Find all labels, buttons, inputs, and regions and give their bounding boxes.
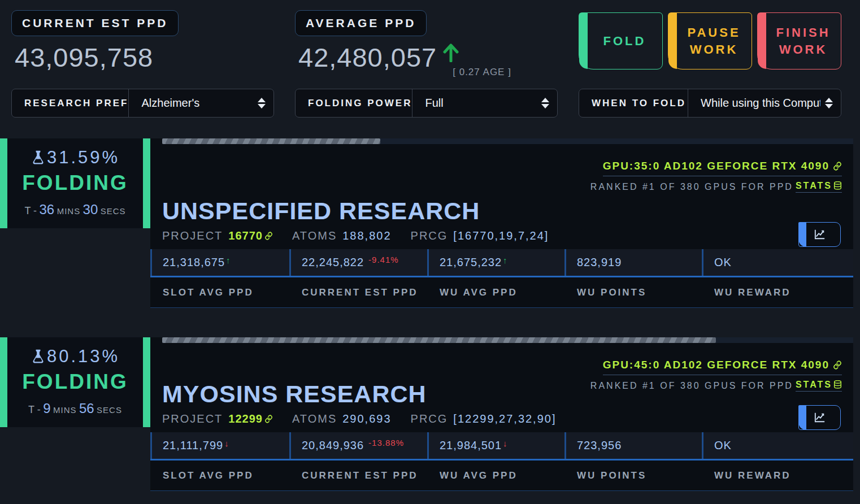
top-controls-section: CURRENT EST PPD 43,095,758 RESEARCH PREF… — [0, 0, 860, 134]
slot-avg-ppd-header: SLOT AVG PPD — [150, 460, 289, 490]
average-ppd-column: AVERAGE PPD 42,480,057 [ 0.27 AGE ] FOLD… — [295, 10, 558, 134]
current-est-ppd-cell: 20,849,936 -13.88% — [289, 432, 427, 459]
slot1-stats-label: STATS — [796, 181, 832, 191]
prcg-label: PRCG — [411, 229, 448, 242]
slot1-gpu-name: GPU:35:0 AD102 GEFORCE RTX 4090 — [603, 160, 829, 172]
wu-reward-value: OK — [714, 439, 732, 452]
slot2-ranked-text: RANKED #1 OF 380 GPUS FOR PPD — [590, 381, 793, 391]
current-est-ppd-header: CURRENT EST PPD — [289, 277, 427, 307]
slot2-eta: T - 9 MINS 56 SECS — [10, 399, 141, 417]
slot1-progress-fill — [162, 138, 380, 144]
slot2-chart-button[interactable] — [798, 405, 841, 430]
database-icon — [833, 380, 842, 389]
database-icon — [833, 181, 842, 190]
eta-minutes-label: MINS — [53, 405, 77, 415]
when-to-fold-selected: While using this Computer — [701, 97, 820, 110]
eta-minutes: 36 — [40, 202, 55, 217]
pause-work-button[interactable]: PAUSE WORK — [668, 12, 752, 69]
eta-minutes-label: MINS — [57, 206, 81, 216]
slot1-chart-button[interactable] — [798, 222, 841, 247]
average-ppd-age: [ 0.27 AGE ] — [453, 67, 511, 78]
slot1-project-link[interactable]: 16770 — [228, 229, 273, 242]
when-to-fold-dropdown[interactable]: WHEN TO FOLD While using this Computer — [579, 89, 841, 118]
chevron-updown-icon — [825, 98, 833, 108]
slot1-main: GPU:35:0 AD102 GEFORCE RTX 4090 RANKED #… — [150, 138, 853, 308]
slot2-title: MYOSINS RESEARCH — [162, 380, 556, 408]
slot2-side-rail: 80.13% FOLDING T - 9 MINS 56 SECS — [0, 337, 150, 491]
slot2-prcg-value: [12299,27,32,90] — [453, 412, 556, 425]
wu-reward-cell: OK — [702, 249, 853, 276]
fold-button[interactable]: FOLD — [579, 12, 663, 69]
slot2-stats-label: STATS — [796, 380, 832, 390]
link-icon — [264, 232, 273, 240]
line-chart-icon — [814, 229, 826, 240]
wu-points-header: WU POINTS — [564, 460, 702, 490]
slot1-header: GPU:35:0 AD102 GEFORCE RTX 4090 RANKED #… — [150, 144, 853, 249]
slot2-stats-labels-row: SLOT AVG PPD CURRENT EST PPD WU AVG PPD … — [150, 460, 853, 491]
slot1-research-block: UNSPECIFIED RESEARCH PROJECT 16770 ATOMS… — [162, 197, 549, 242]
current-est-ppd-cell: 22,245,822 -9.41% — [289, 249, 427, 276]
trend-up-arrow-icon — [442, 43, 459, 62]
slot1-gpu-link[interactable]: GPU:35:0 AD102 GEFORCE RTX 4090 — [603, 160, 842, 176]
slot-avg-ppd-value: 21,111,799 — [163, 439, 223, 452]
trend-up-icon: ↑ — [226, 255, 231, 265]
slot1-eta: T - 36 MINS 30 SECS — [18, 201, 133, 218]
link-icon — [264, 415, 273, 423]
eta-prefix: T - — [24, 205, 37, 216]
slot1-progress-percent: 31.59% — [47, 147, 120, 168]
pause-button-accent-bar — [668, 13, 677, 69]
slot2-project-number: 12299 — [228, 412, 263, 425]
slot-avg-ppd-cell: 21,318,675 ↑ — [150, 249, 289, 276]
slot1-status: FOLDING — [10, 171, 141, 195]
wu-points-cell: 723,956 — [564, 432, 702, 459]
research-pref-selected: Alzheimer's — [141, 97, 253, 110]
slot2-stats-link[interactable]: STATS — [796, 380, 842, 392]
finish-work-button[interactable]: FINISH WORK — [757, 12, 841, 69]
eta-prefix: T - — [28, 404, 41, 415]
folding-power-value[interactable]: Full — [412, 89, 557, 117]
fold-button-label: FOLD — [603, 33, 646, 50]
slot2-status: FOLDING — [10, 370, 141, 394]
pause-button-label: PAUSE WORK — [676, 24, 752, 58]
prcg-label: PRCG — [411, 412, 448, 425]
eta-seconds: 30 — [83, 202, 98, 217]
slot1-gpu-info: GPU:35:0 AD102 GEFORCE RTX 4090 RANKED #… — [590, 160, 842, 193]
link-icon — [833, 162, 842, 171]
action-buttons-row: FOLD PAUSE WORK FINISH WORK — [579, 12, 841, 69]
when-to-fold-value[interactable]: While using this Computer — [688, 89, 841, 117]
wu-avg-ppd-header: WU AVG PPD — [427, 460, 564, 490]
research-pref-value[interactable]: Alzheimer's — [129, 89, 273, 117]
wu-points-cell: 823,919 — [564, 249, 702, 276]
current-est-ppd-row: 43,095,758 — [15, 42, 274, 82]
wu-avg-ppd-header: WU AVG PPD — [427, 277, 564, 307]
folding-power-dropdown[interactable]: FOLDING POWER Full — [295, 89, 558, 118]
average-ppd-label: AVERAGE PPD — [295, 10, 427, 36]
slot1-stats-link[interactable]: STATS — [796, 181, 842, 193]
actions-column: FOLD PAUSE WORK FINISH WORK WHEN TO FOLD… — [579, 10, 841, 134]
slot-avg-ppd-cell: 21,111,799 ↓ — [150, 432, 289, 459]
slot1-side-rail: 31.59% FOLDING T - 36 MINS 30 SECS — [0, 138, 150, 308]
wu-reward-header: WU REWARD — [702, 460, 853, 490]
wu-avg-ppd-value: 21,984,501 — [440, 439, 502, 452]
average-ppd-value: 42,480,057 — [298, 42, 437, 73]
eta-seconds-label: SECS — [97, 405, 122, 415]
slot2-progress-percent: 80.13% — [47, 346, 120, 367]
slot1-status-panel: 31.59% FOLDING T - 36 MINS 30 SECS — [0, 138, 150, 228]
research-pref-dropdown[interactable]: RESEARCH PREF Alzheimer's — [11, 89, 274, 118]
atoms-label: ATOMS — [292, 229, 337, 242]
slot2-gpu-link[interactable]: GPU:45:0 AD102 GEFORCE RTX 4090 — [603, 359, 842, 375]
slot2-project-link[interactable]: 12299 — [228, 412, 273, 425]
slot2-atoms-value: 290,693 — [342, 412, 391, 425]
eta-seconds-label: SECS — [101, 206, 126, 216]
average-ppd-row: 42,480,057 [ 0.27 AGE ] — [298, 42, 558, 82]
slot2-progress-fill — [162, 337, 716, 343]
eta-seconds: 56 — [79, 401, 94, 416]
chart-button-accent-bar — [798, 222, 806, 247]
trend-down-icon: ↓ — [224, 438, 229, 448]
project-label: PROJECT — [162, 412, 223, 425]
slot2-gpu-info: GPU:45:0 AD102 GEFORCE RTX 4090 RANKED #… — [590, 359, 842, 392]
slot-avg-ppd-header: SLOT AVG PPD — [150, 277, 289, 307]
wu-avg-ppd-value: 21,675,232 — [440, 256, 502, 269]
wu-points-value: 723,956 — [577, 439, 622, 452]
slot1-prcg-value: [16770,19,7,24] — [453, 229, 549, 242]
